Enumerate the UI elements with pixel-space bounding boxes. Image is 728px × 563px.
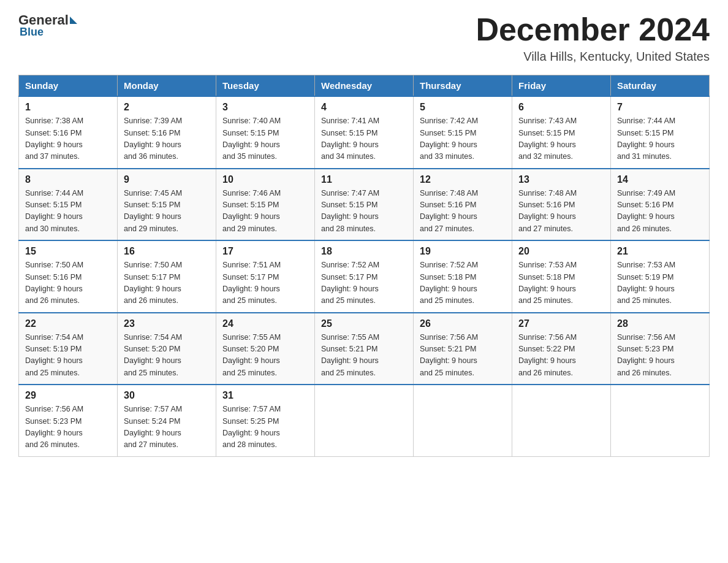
day-number: 24 bbox=[222, 318, 308, 329]
day-info: Sunrise: 7:44 AMSunset: 5:15 PMDaylight:… bbox=[617, 115, 703, 163]
day-header-wednesday: Wednesday bbox=[315, 75, 414, 97]
day-info: Sunrise: 7:57 AMSunset: 5:25 PMDaylight:… bbox=[222, 404, 308, 451]
calendar-cell: 2Sunrise: 7:39 AMSunset: 5:16 PMDaylight… bbox=[118, 96, 216, 169]
calendar-cell: 27Sunrise: 7:56 AMSunset: 5:22 PMDayligh… bbox=[512, 313, 611, 385]
day-info: Sunrise: 7:48 AMSunset: 5:16 PMDaylight:… bbox=[420, 188, 506, 236]
month-title: December 2024 bbox=[476, 12, 710, 47]
logo: General Blue bbox=[18, 12, 78, 39]
calendar-cell: 26Sunrise: 7:56 AMSunset: 5:21 PMDayligh… bbox=[414, 313, 512, 385]
calendar-cell: 9Sunrise: 7:45 AMSunset: 5:15 PMDaylight… bbox=[118, 169, 216, 241]
day-number: 1 bbox=[25, 102, 111, 113]
day-header-saturday: Saturday bbox=[611, 75, 710, 97]
day-info: Sunrise: 7:48 AMSunset: 5:16 PMDaylight:… bbox=[518, 188, 604, 236]
day-info: Sunrise: 7:45 AMSunset: 5:15 PMDaylight:… bbox=[124, 188, 210, 236]
day-header-sunday: Sunday bbox=[19, 75, 118, 97]
day-header-row: SundayMondayTuesdayWednesdayThursdayFrid… bbox=[19, 75, 710, 97]
calendar-cell: 17Sunrise: 7:51 AMSunset: 5:17 PMDayligh… bbox=[216, 240, 315, 313]
calendar-cell: 5Sunrise: 7:42 AMSunset: 5:15 PMDaylight… bbox=[414, 96, 512, 169]
day-number: 9 bbox=[124, 174, 210, 185]
calendar-week-row: 1Sunrise: 7:38 AMSunset: 5:16 PMDaylight… bbox=[19, 96, 710, 169]
day-info: Sunrise: 7:38 AMSunset: 5:16 PMDaylight:… bbox=[25, 115, 111, 163]
day-info: Sunrise: 7:54 AMSunset: 5:20 PMDaylight:… bbox=[124, 332, 210, 380]
day-number: 3 bbox=[222, 102, 308, 113]
calendar-cell: 20Sunrise: 7:53 AMSunset: 5:18 PMDayligh… bbox=[512, 240, 611, 313]
day-number: 12 bbox=[420, 174, 506, 185]
calendar-cell: 3Sunrise: 7:40 AMSunset: 5:15 PMDaylight… bbox=[216, 96, 315, 169]
day-number: 13 bbox=[518, 174, 604, 185]
calendar-week-row: 8Sunrise: 7:44 AMSunset: 5:15 PMDaylight… bbox=[19, 169, 710, 241]
calendar-cell: 30Sunrise: 7:57 AMSunset: 5:24 PMDayligh… bbox=[118, 385, 216, 456]
day-header-monday: Monday bbox=[118, 75, 216, 97]
day-info: Sunrise: 7:47 AMSunset: 5:15 PMDaylight:… bbox=[321, 188, 407, 236]
calendar-cell: 24Sunrise: 7:55 AMSunset: 5:20 PMDayligh… bbox=[216, 313, 315, 385]
calendar-cell: 7Sunrise: 7:44 AMSunset: 5:15 PMDaylight… bbox=[611, 96, 710, 169]
day-number: 29 bbox=[25, 390, 111, 401]
title-section: December 2024 Villa Hills, Kentucky, Uni… bbox=[476, 12, 710, 64]
day-info: Sunrise: 7:41 AMSunset: 5:15 PMDaylight:… bbox=[321, 115, 407, 163]
day-number: 8 bbox=[25, 174, 111, 185]
calendar-cell bbox=[315, 385, 414, 456]
day-number: 5 bbox=[420, 102, 506, 113]
day-number: 6 bbox=[518, 102, 604, 113]
day-number: 26 bbox=[420, 318, 506, 329]
day-info: Sunrise: 7:53 AMSunset: 5:19 PMDaylight:… bbox=[617, 259, 703, 307]
day-info: Sunrise: 7:55 AMSunset: 5:21 PMDaylight:… bbox=[321, 332, 407, 380]
day-number: 7 bbox=[617, 102, 703, 113]
calendar-cell: 19Sunrise: 7:52 AMSunset: 5:18 PMDayligh… bbox=[414, 240, 512, 313]
calendar-cell: 25Sunrise: 7:55 AMSunset: 5:21 PMDayligh… bbox=[315, 313, 414, 385]
calendar-cell: 16Sunrise: 7:50 AMSunset: 5:17 PMDayligh… bbox=[118, 240, 216, 313]
calendar-cell bbox=[414, 385, 512, 456]
day-number: 19 bbox=[420, 246, 506, 257]
calendar-cell bbox=[611, 385, 710, 456]
calendar-header: SundayMondayTuesdayWednesdayThursdayFrid… bbox=[19, 75, 710, 97]
calendar-week-row: 29Sunrise: 7:56 AMSunset: 5:23 PMDayligh… bbox=[19, 385, 710, 456]
day-number: 16 bbox=[124, 246, 210, 257]
calendar-cell: 21Sunrise: 7:53 AMSunset: 5:19 PMDayligh… bbox=[611, 240, 710, 313]
day-info: Sunrise: 7:42 AMSunset: 5:15 PMDaylight:… bbox=[420, 115, 506, 163]
day-number: 14 bbox=[617, 174, 703, 185]
calendar-cell: 29Sunrise: 7:56 AMSunset: 5:23 PMDayligh… bbox=[19, 385, 118, 456]
day-info: Sunrise: 7:44 AMSunset: 5:15 PMDaylight:… bbox=[25, 188, 111, 236]
calendar-week-row: 22Sunrise: 7:54 AMSunset: 5:19 PMDayligh… bbox=[19, 313, 710, 385]
day-number: 17 bbox=[222, 246, 308, 257]
day-info: Sunrise: 7:50 AMSunset: 5:16 PMDaylight:… bbox=[25, 259, 111, 307]
day-number: 27 bbox=[518, 318, 604, 329]
day-info: Sunrise: 7:43 AMSunset: 5:15 PMDaylight:… bbox=[518, 115, 604, 163]
day-info: Sunrise: 7:54 AMSunset: 5:19 PMDaylight:… bbox=[25, 332, 111, 380]
day-number: 31 bbox=[222, 390, 308, 401]
day-number: 15 bbox=[25, 246, 111, 257]
day-number: 2 bbox=[124, 102, 210, 113]
calendar-cell: 18Sunrise: 7:52 AMSunset: 5:17 PMDayligh… bbox=[315, 240, 414, 313]
day-number: 30 bbox=[124, 390, 210, 401]
day-number: 11 bbox=[321, 174, 407, 185]
day-number: 28 bbox=[617, 318, 703, 329]
day-number: 25 bbox=[321, 318, 407, 329]
calendar-cell: 31Sunrise: 7:57 AMSunset: 5:25 PMDayligh… bbox=[216, 385, 315, 456]
day-number: 23 bbox=[124, 318, 210, 329]
day-info: Sunrise: 7:55 AMSunset: 5:20 PMDaylight:… bbox=[222, 332, 308, 380]
day-header-tuesday: Tuesday bbox=[216, 75, 315, 97]
day-info: Sunrise: 7:46 AMSunset: 5:15 PMDaylight:… bbox=[222, 188, 308, 236]
day-number: 22 bbox=[25, 318, 111, 329]
day-number: 10 bbox=[222, 174, 308, 185]
calendar-cell: 28Sunrise: 7:56 AMSunset: 5:23 PMDayligh… bbox=[611, 313, 710, 385]
day-info: Sunrise: 7:56 AMSunset: 5:23 PMDaylight:… bbox=[25, 404, 111, 451]
calendar-cell: 6Sunrise: 7:43 AMSunset: 5:15 PMDaylight… bbox=[512, 96, 611, 169]
day-number: 4 bbox=[321, 102, 407, 113]
calendar-cell: 22Sunrise: 7:54 AMSunset: 5:19 PMDayligh… bbox=[19, 313, 118, 385]
day-info: Sunrise: 7:52 AMSunset: 5:17 PMDaylight:… bbox=[321, 259, 407, 307]
day-number: 18 bbox=[321, 246, 407, 257]
calendar-cell: 23Sunrise: 7:54 AMSunset: 5:20 PMDayligh… bbox=[118, 313, 216, 385]
day-info: Sunrise: 7:56 AMSunset: 5:21 PMDaylight:… bbox=[420, 332, 506, 380]
calendar-cell: 1Sunrise: 7:38 AMSunset: 5:16 PMDaylight… bbox=[19, 96, 118, 169]
day-info: Sunrise: 7:40 AMSunset: 5:15 PMDaylight:… bbox=[222, 115, 308, 163]
day-info: Sunrise: 7:57 AMSunset: 5:24 PMDaylight:… bbox=[124, 404, 210, 451]
calendar-table: SundayMondayTuesdayWednesdayThursdayFrid… bbox=[18, 75, 710, 457]
day-info: Sunrise: 7:51 AMSunset: 5:17 PMDaylight:… bbox=[222, 259, 308, 307]
calendar-cell: 15Sunrise: 7:50 AMSunset: 5:16 PMDayligh… bbox=[19, 240, 118, 313]
location-title: Villa Hills, Kentucky, United States bbox=[476, 50, 710, 64]
logo-arrow-icon bbox=[70, 17, 77, 24]
day-info: Sunrise: 7:52 AMSunset: 5:18 PMDaylight:… bbox=[420, 259, 506, 307]
day-info: Sunrise: 7:53 AMSunset: 5:18 PMDaylight:… bbox=[518, 259, 604, 307]
day-header-thursday: Thursday bbox=[414, 75, 512, 97]
